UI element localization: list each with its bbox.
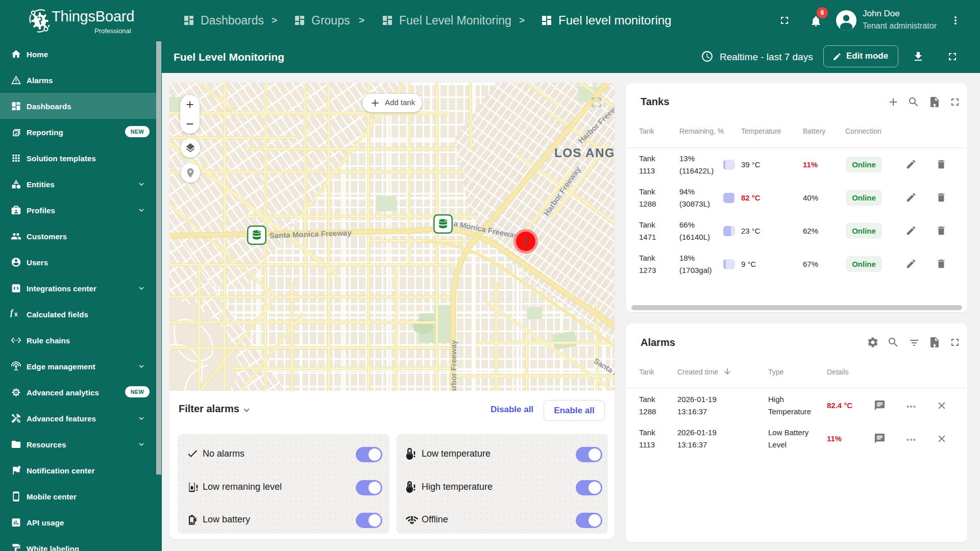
svg-text:LOS ANGELES: LOS ANGELES — [554, 146, 615, 160]
svg-text:Harbor Freeway: Harbor Freeway — [449, 340, 458, 391]
svg-text:2: 2 — [523, 236, 529, 247]
